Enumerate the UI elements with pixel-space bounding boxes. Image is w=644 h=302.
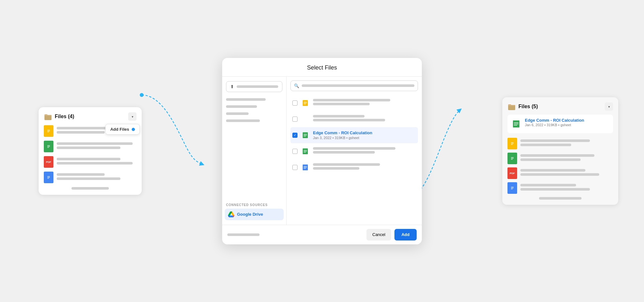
line-bar [313,163,380,166]
modal-file-list: PDF Edge Comm - [290,95,418,221]
selected-file-name: Edge Comm - ROI Calculation [313,130,416,135]
modal-title: Select Files [222,58,422,77]
right-panel-dropdown-btn[interactable]: ▾ [605,102,613,111]
file-icon-green-1 [44,141,53,152]
checkbox-3[interactable] [292,133,298,138]
line-bar [57,177,120,180]
google-drive-label: Google Drive [237,212,263,217]
right-panel: Files (5) ▾ Edge Comm - ROI Calculation … [502,97,618,205]
line-bar [520,169,585,172]
left-panel: Files (4) ▾ Add Files [39,107,142,195]
line-bar [57,142,133,145]
add-button[interactable]: Add [394,229,417,241]
modal-file-icon-green [301,130,310,140]
upload-button[interactable]: ⬆ [226,81,282,92]
modal-file-icon-green-2 [301,146,310,156]
modal-file-icon-pdf: PDF [301,114,310,124]
upload-bar [237,85,278,88]
checkbox-4[interactable] [292,149,298,154]
google-drive-item[interactable]: Google Drive [225,209,284,220]
footer-bar-left [227,233,260,236]
line-bar [57,173,105,176]
left-file-item-4 [44,172,137,183]
right-featured-info: Edge Comm - ROI Calculation Jan 6, 2022 … [525,118,584,127]
right-file-lines-3 [520,154,613,163]
left-panel-header: Files (4) ▾ Add Files [44,112,137,121]
right-file-icon-yellow [507,138,517,149]
search-icon: 🔍 [294,83,299,88]
right-panel-footer-bar [539,197,581,200]
cancel-button[interactable]: Cancel [366,229,391,241]
right-featured-name: Edge Comm - ROI Calculation [525,118,584,123]
scene: Files (4) ▾ Add Files [0,0,644,302]
selected-file-meta: Jan 3, 2022 • 319KB • gsheet [313,136,416,140]
right-panel-title: Files (5) [518,104,538,109]
right-file-item-2 [507,138,613,149]
line-bar [57,162,133,165]
file-icon-yellow-1 [44,125,53,137]
modal-file-icon-yellow [301,98,310,108]
upload-icon: ⬆ [230,84,234,89]
modal-file-item-4[interactable] [290,143,418,159]
right-file-item-5 [507,182,613,194]
add-files-label: Add Files [110,127,129,132]
left-file-lines-4 [57,173,137,182]
modal-file-item-5[interactable] [290,159,418,175]
right-folder-icon [507,102,516,111]
line-bar [313,103,370,105]
left-file-lines-2 [57,142,137,151]
line-bar [313,151,375,154]
select-files-modal: Select Files ⬆ [222,58,422,244]
left-panel-footer-bar [71,187,109,190]
checkbox-2[interactable] [292,117,298,122]
right-file-icon-green [507,153,517,164]
svg-point-0 [140,93,144,97]
modal-file-item-1[interactable] [290,95,418,111]
modal-file-item-2[interactable]: PDF [290,111,418,127]
modal-file-item-3[interactable]: Edge Comm - ROI Calculation Jan 3, 2022 … [290,127,418,143]
file-icon-blue-1 [44,172,53,183]
modal-file-info-2 [313,115,416,123]
google-drive-icon [228,212,234,217]
modal-nav-item-4[interactable] [222,117,286,124]
left-file-item-2 [44,141,137,152]
modal-file-content: 🔍 [287,77,422,225]
line-bar [520,144,571,146]
nav-bar [226,105,257,108]
right-file-lines-4 [520,169,613,177]
checkbox-5[interactable] [292,165,298,170]
checkbox-1[interactable] [292,100,298,106]
nav-bar [226,119,260,122]
modal-file-info-5 [313,163,416,171]
right-file-icon-pdf: PDF [507,167,517,179]
right-featured-icon [511,118,522,130]
left-panel-dropdown-btn[interactable]: ▾ [128,112,137,121]
modal-file-info-3: Edge Comm - ROI Calculation Jan 3, 2022 … [313,130,416,140]
modal-nav-item-3[interactable] [222,110,286,117]
right-title-group: Files (5) [507,102,538,111]
left-panel-title: Files (4) [55,114,74,119]
line-bar [57,158,120,160]
search-box[interactable]: 🔍 [290,80,418,91]
right-featured-file: Edge Comm - ROI Calculation Jan 6, 2022 … [507,115,613,133]
modal-file-info-1 [313,99,416,107]
line-bar [313,115,365,118]
line-bar [313,119,385,121]
footer-buttons: Cancel Add [366,229,417,241]
modal-body: ⬆ CONNECTED SOURCES [222,77,422,225]
line-bar [313,167,359,170]
add-files-tooltip: Add Files [105,124,140,135]
search-bar [302,84,414,87]
folder-icon [44,112,52,121]
modal-nav-item-2[interactable] [222,103,286,110]
right-file-lines-2 [520,139,613,148]
modal-file-info-4 [313,147,416,155]
right-file-item-3 [507,153,613,164]
right-featured-meta: Jan 6, 2022 • 319KB • gsheet [525,123,584,127]
line-bar [313,147,395,150]
right-panel-header: Files (5) ▾ [507,102,613,111]
line-bar [520,188,590,191]
modal-nav-item-1[interactable] [222,96,286,103]
nav-bar [226,112,249,115]
line-bar [520,158,581,161]
